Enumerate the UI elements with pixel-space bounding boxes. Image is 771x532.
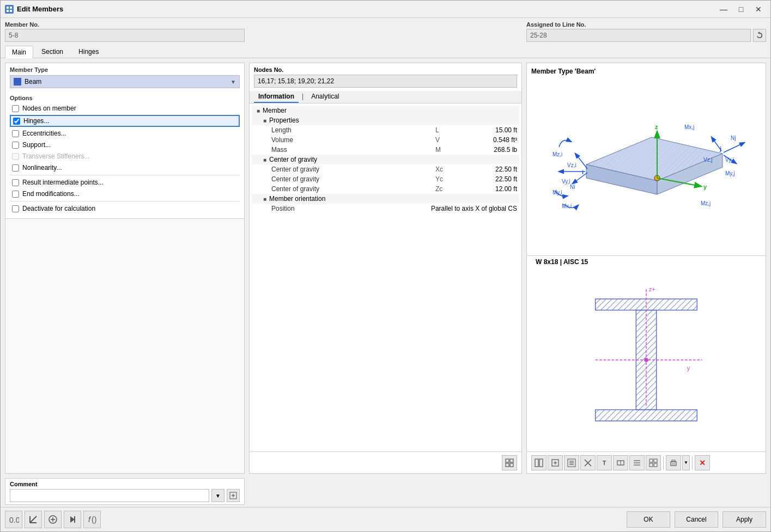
prop-volume-val: 0.548 ft³ [463,136,517,144]
svg-rect-0 [7,7,9,9]
svg-rect-5 [510,459,513,462]
middle-panel: Nodes No. Information | Analytical ■ Mem… [249,63,522,474]
toolbar-close-button[interactable]: ✕ [695,455,710,470]
tree-subgroup-orientation: ■ Member orientation [252,194,519,204]
expand-cog-icon[interactable]: ■ [260,157,269,163]
tab-hinges[interactable]: Hinges [71,45,106,58]
toolbar-btn-6[interactable] [613,455,628,470]
eccentricities-checkbox[interactable] [12,130,19,137]
tree-row-position: Position Parallel to axis X of global CS [252,204,519,213]
comment-input-row: ▼ [10,489,240,502]
info-tab-analytical[interactable]: Analytical [307,91,343,103]
minimize-button[interactable]: — [716,3,731,15]
right-diagram: Member Type 'Beam' [527,63,766,255]
nonlinearity-checkbox[interactable] [12,164,19,172]
svg-text:Mx,j: Mx,j [684,124,694,130]
hinges-label[interactable]: Hinges... [23,117,49,125]
tab-section[interactable]: Section [34,45,70,58]
expand-member-icon[interactable]: ■ [254,108,263,114]
toolbar-print-button[interactable] [666,455,681,470]
svg-text:Mz,j: Mz,j [701,200,711,206]
member-type-section: Member Type Beam ▼ [5,63,244,91]
middle-bottom [250,451,521,473]
member-no-input[interactable] [5,29,245,42]
expand-orientation-icon[interactable]: ■ [260,196,269,202]
svg-rect-48 [539,459,543,467]
ok-button[interactable]: OK [627,511,670,528]
comment-area: Comment ▼ [1,478,770,507]
svg-rect-63 [649,459,653,462]
deactivate-checkbox[interactable] [12,205,19,212]
toolbar-btn-1[interactable] [531,455,547,470]
comment-input[interactable] [10,489,209,502]
svg-text:z: z [655,124,658,130]
nonlinearity-label[interactable]: Nonlinearity... [22,164,62,172]
tree-subgroup-orientation-label: Member orientation [269,195,517,203]
app-icon [5,5,14,14]
member-type-header: Member Type [10,66,240,75]
apply-button[interactable]: Apply [723,511,766,528]
hinges-checkbox[interactable] [13,118,20,125]
cancel-button[interactable]: Cancel [675,511,718,528]
result-intermediate-checkbox[interactable] [12,179,19,186]
support-checkbox[interactable] [12,142,19,149]
assigned-input[interactable] [526,29,751,42]
tabs-bar: Main Section Hinges [1,45,770,58]
print-dropdown-button[interactable]: ▼ [682,455,690,470]
result-intermediate-label[interactable]: Result intermediate points... [22,179,104,186]
left-panel: Member Type Beam ▼ Options Nodes on memb… [5,63,245,474]
prop-mass-sym: M [435,146,463,154]
tree-row-zc: Center of gravity Zc 12.00 ft [252,184,519,194]
refresh-button[interactable] [753,29,766,42]
diagram-title: Member Type 'Beam' [531,68,761,75]
expand-properties-icon[interactable]: ■ [260,118,269,124]
comment-dropdown-button[interactable]: ▼ [211,489,224,502]
support-label[interactable]: Support... [22,141,51,149]
svg-text:(): () [92,515,96,524]
right-toolbar: T ▼ ✕ [527,451,766,473]
info-tab-information[interactable]: Information [254,91,299,103]
prop-mass-name: Mass [254,146,435,154]
nodes-on-member-checkbox[interactable] [12,105,19,112]
checkbox-deactivate: Deactivate for calculation [10,204,240,213]
svg-line-74 [30,516,37,523]
bottom-icon-5[interactable]: f() [83,511,101,528]
prop-length-val: 15.00 ft [463,126,517,134]
bottom-icon-4[interactable] [64,511,81,528]
prop-xc-val: 22.50 ft [463,166,517,173]
comment-extra-button[interactable] [227,489,240,502]
maximize-button[interactable]: □ [733,3,749,15]
window-title: Edit Members [17,5,716,13]
prop-zc-val: 12.00 ft [463,185,517,193]
bottom-icon-2[interactable] [25,511,42,528]
toolbar-btn-4[interactable] [580,455,596,470]
deactivate-label[interactable]: Deactivate for calculation [22,205,95,212]
bottom-icons: 0.00 f() [5,511,101,528]
section-diagram-area: z+ y [527,268,766,451]
bottom-icon-3[interactable] [44,511,62,528]
toolbar-btn-3[interactable] [564,455,579,470]
nodes-section: Nodes No. [250,63,521,91]
toolbar-btn-2[interactable] [548,455,563,470]
middle-field [249,21,522,42]
end-modifications-checkbox[interactable] [12,191,19,198]
nodes-input[interactable] [254,75,517,88]
bottom-icon-1[interactable]: 0.00 [5,511,22,528]
end-modifications-label[interactable]: End modifications... [22,190,80,198]
toolbar-btn-8[interactable] [646,455,661,470]
prop-position-name: Position [254,205,381,212]
comment-spacer [249,478,522,505]
right-panel: Member Type 'Beam' [526,63,766,474]
svg-rect-3 [10,10,12,12]
close-button[interactable]: ✕ [751,3,766,15]
toolbar-btn-5[interactable]: T [597,455,612,470]
tab-main[interactable]: Main [5,46,33,58]
grid-view-button[interactable] [502,455,517,470]
nodes-on-member-label[interactable]: Nodes on member [22,105,76,112]
tree-group-member-label: Member [263,107,517,114]
eccentricities-label[interactable]: Eccentricities... [22,130,66,137]
toolbar-btn-7[interactable] [629,455,645,470]
member-type-dropdown[interactable]: Beam ▼ [10,75,240,88]
svg-line-34 [573,173,587,184]
tree-subgroup-cog-label: Center of gravity [269,156,517,163]
